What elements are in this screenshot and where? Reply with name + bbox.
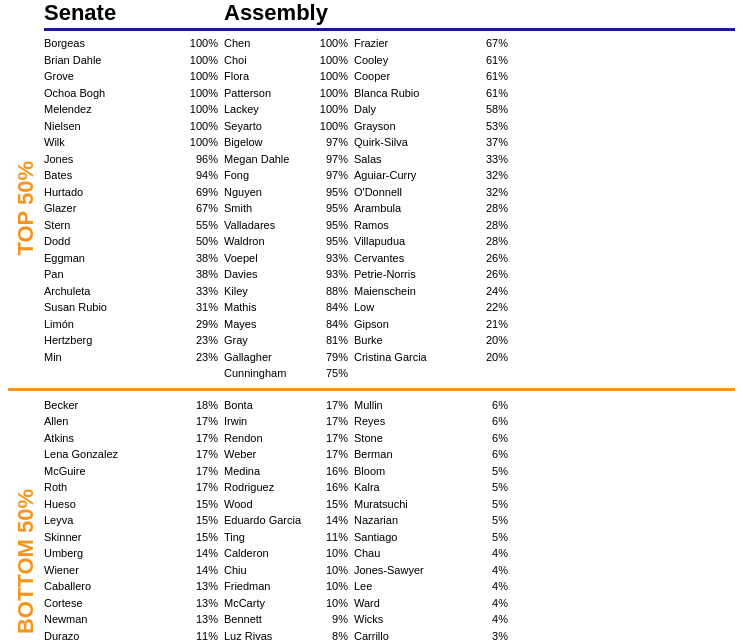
entry-name: McGuire xyxy=(44,463,86,480)
list-item: Skinner15% xyxy=(44,529,224,546)
entry-pct: 100% xyxy=(312,118,348,135)
list-item: Lena Gonzalez17% xyxy=(44,446,224,463)
entry-name: Skinner xyxy=(44,529,81,546)
entry-name: Ochoa Bogh xyxy=(44,85,105,102)
list-item: Becker18% xyxy=(44,397,224,414)
entry-pct: 5% xyxy=(472,496,508,513)
entry-name: Nielsen xyxy=(44,118,81,135)
entry-pct: 100% xyxy=(182,85,218,102)
entry-name: Daly xyxy=(354,101,376,118)
section-divider xyxy=(8,388,735,391)
entry-pct: 100% xyxy=(312,85,348,102)
list-item: Fong97% xyxy=(224,167,354,184)
list-item: Cervantes26% xyxy=(354,250,514,267)
list-item: Cooley61% xyxy=(354,52,514,69)
entry-name: Wilk xyxy=(44,134,65,151)
entry-pct: 67% xyxy=(182,200,218,217)
entry-name: Gipson xyxy=(354,316,389,333)
entry-pct: 75% xyxy=(312,365,348,382)
entry-pct: 6% xyxy=(472,446,508,463)
list-item: Valladares95% xyxy=(224,217,354,234)
entry-name: Reyes xyxy=(354,413,385,430)
entry-pct: 100% xyxy=(182,118,218,135)
entry-name: Quirk-Silva xyxy=(354,134,408,151)
senate-bottom-col: Becker18%Allen17%Atkins17%Lena Gonzalez1… xyxy=(44,397,224,641)
list-item: Daly58% xyxy=(354,101,514,118)
list-item: Susan Rubio31% xyxy=(44,299,224,316)
entry-name: Patterson xyxy=(224,85,271,102)
entry-pct: 4% xyxy=(472,611,508,628)
entry-pct: 17% xyxy=(312,446,348,463)
entry-pct: 9% xyxy=(312,611,348,628)
list-item: Santiago5% xyxy=(354,529,514,546)
entry-name: Pan xyxy=(44,266,64,283)
entry-name: Min xyxy=(44,349,62,366)
entry-name: Wicks xyxy=(354,611,383,628)
list-item: Stern55% xyxy=(44,217,224,234)
list-item: Durazo11% xyxy=(44,628,224,641)
list-item: Seyarto100% xyxy=(224,118,354,135)
list-item: Calderon10% xyxy=(224,545,354,562)
list-item: Cooper61% xyxy=(354,68,514,85)
entry-pct: 4% xyxy=(472,545,508,562)
list-item: Cortese13% xyxy=(44,595,224,612)
entry-name: Lee xyxy=(354,578,372,595)
entry-pct: 6% xyxy=(472,413,508,430)
entry-pct: 15% xyxy=(312,496,348,513)
entry-pct: 33% xyxy=(182,283,218,300)
entry-name: Petrie-Norris xyxy=(354,266,416,283)
entry-pct: 81% xyxy=(312,332,348,349)
top-data-row: Borgeas100%Brian Dahle100%Grove100%Ochoa… xyxy=(44,35,735,382)
entry-name: Bloom xyxy=(354,463,385,480)
list-item: Umberg14% xyxy=(44,545,224,562)
list-item: Chen100% xyxy=(224,35,354,52)
list-item: Mullin6% xyxy=(354,397,514,414)
entry-name: Bigelow xyxy=(224,134,263,151)
entry-pct: 17% xyxy=(182,413,218,430)
senate-underline xyxy=(44,28,224,31)
entry-name: Lena Gonzalez xyxy=(44,446,118,463)
list-item: Irwin17% xyxy=(224,413,354,430)
entry-name: Wood xyxy=(224,496,253,513)
list-item: Hertzberg23% xyxy=(44,332,224,349)
page-container: Senate Assembly TOP 50% Borgeas100%Brian… xyxy=(0,0,743,640)
entry-pct: 95% xyxy=(312,184,348,201)
assembly-header-area: Assembly xyxy=(224,0,735,35)
entry-name: Villapudua xyxy=(354,233,405,250)
entry-pct: 5% xyxy=(472,529,508,546)
top-50-label: TOP 50% xyxy=(8,161,44,256)
list-item: Kalra5% xyxy=(354,479,514,496)
entry-name: Medina xyxy=(224,463,260,480)
entry-name: Cervantes xyxy=(354,250,404,267)
entry-pct: 16% xyxy=(312,463,348,480)
list-item: Leyva15% xyxy=(44,512,224,529)
entry-pct: 97% xyxy=(312,151,348,168)
list-item: Ramos28% xyxy=(354,217,514,234)
list-item: Kiley88% xyxy=(224,283,354,300)
entry-name: Blanca Rubio xyxy=(354,85,419,102)
list-item: Davies93% xyxy=(224,266,354,283)
entry-pct: 32% xyxy=(472,184,508,201)
entry-name: Maienschein xyxy=(354,283,416,300)
list-item: Voepel93% xyxy=(224,250,354,267)
list-item: Glazer67% xyxy=(44,200,224,217)
entry-pct: 15% xyxy=(182,496,218,513)
entry-pct: 15% xyxy=(182,529,218,546)
list-item: Flora100% xyxy=(224,68,354,85)
list-item: Salas33% xyxy=(354,151,514,168)
list-item: McGuire17% xyxy=(44,463,224,480)
entry-name: Frazier xyxy=(354,35,388,52)
entry-name: Megan Dahle xyxy=(224,151,289,168)
senate-top-col: Borgeas100%Brian Dahle100%Grove100%Ochoa… xyxy=(44,35,224,382)
entry-pct: 84% xyxy=(312,316,348,333)
list-item: Pan38% xyxy=(44,266,224,283)
entry-name: Allen xyxy=(44,413,68,430)
entry-name: Chen xyxy=(224,35,250,52)
top-label-container: TOP 50% xyxy=(8,35,44,382)
entry-pct: 17% xyxy=(312,397,348,414)
entry-pct: 95% xyxy=(312,233,348,250)
list-item: Waldron95% xyxy=(224,233,354,250)
entry-name: Voepel xyxy=(224,250,258,267)
list-item: Megan Dahle97% xyxy=(224,151,354,168)
entry-pct: 100% xyxy=(312,101,348,118)
